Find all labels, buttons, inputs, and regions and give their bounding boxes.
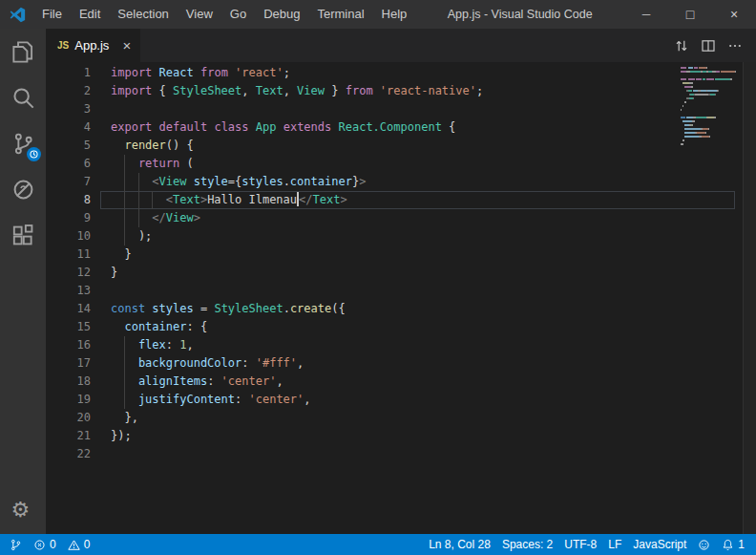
- tab-close-icon[interactable]: ×: [122, 38, 131, 53]
- activity-explorer[interactable]: [0, 29, 46, 75]
- line-number[interactable]: 5: [46, 137, 91, 155]
- line-number[interactable]: 11: [46, 245, 91, 264]
- code-line-14[interactable]: 14const styles = StyleSheet.create({: [46, 300, 756, 318]
- activity-source-control[interactable]: [0, 120, 46, 166]
- line-number[interactable]: 21: [46, 427, 91, 445]
- code-line-2[interactable]: 2import { StyleSheet, Text, View } from …: [46, 82, 756, 100]
- code-editor[interactable]: 1import React from 'react';2import { Sty…: [46, 62, 756, 534]
- status-warnings[interactable]: 0: [62, 534, 96, 555]
- code-line-3[interactable]: 3: [46, 100, 756, 118]
- code-line-4[interactable]: 4export default class App extends React.…: [46, 118, 756, 137]
- line-text[interactable]: alignItems: 'center',: [100, 373, 735, 391]
- line-text[interactable]: render() {: [100, 137, 735, 155]
- minimize-button[interactable]: ─: [624, 0, 668, 29]
- status-branch[interactable]: [4, 534, 28, 555]
- code-line-22[interactable]: 22: [46, 445, 756, 463]
- line-text[interactable]: <View style={styles.container}>: [100, 173, 735, 191]
- line-text[interactable]: );: [100, 227, 735, 245]
- line-number[interactable]: 19: [46, 391, 91, 409]
- line-number[interactable]: 15: [46, 318, 91, 336]
- line-number[interactable]: 1: [46, 64, 91, 82]
- activity-extensions[interactable]: [0, 212, 46, 258]
- line-text[interactable]: backgroundColor: '#fff',: [100, 354, 735, 373]
- code-line-8[interactable]: 8<Text>Hallo Ilmenau</Text>: [46, 191, 756, 209]
- more-actions-button[interactable]: [724, 34, 746, 57]
- status-indentation[interactable]: Spaces: 2: [496, 534, 558, 555]
- code-line-19[interactable]: 19justifyContent: 'center',: [46, 391, 756, 409]
- line-number[interactable]: 3: [46, 100, 91, 118]
- line-text[interactable]: justifyContent: 'center',: [100, 391, 735, 409]
- line-text[interactable]: import React from 'react';: [100, 64, 735, 82]
- code-line-17[interactable]: 17backgroundColor: '#fff',: [46, 354, 756, 373]
- code-line-1[interactable]: 1import React from 'react';: [46, 64, 756, 82]
- line-number[interactable]: 8: [46, 191, 91, 209]
- line-text[interactable]: });: [100, 427, 735, 445]
- activity-debug[interactable]: [0, 166, 46, 212]
- code-line-9[interactable]: 9</View>: [46, 209, 756, 227]
- code-line-12[interactable]: 12}: [46, 264, 756, 282]
- code-line-21[interactable]: 21});: [46, 427, 756, 445]
- menu-go[interactable]: Go: [221, 0, 255, 29]
- line-number[interactable]: 12: [46, 264, 91, 282]
- split-editor-button[interactable]: [697, 34, 720, 57]
- menu-file[interactable]: File: [33, 0, 71, 29]
- line-text[interactable]: import { StyleSheet, Text, View } from '…: [100, 82, 735, 100]
- menu-selection[interactable]: Selection: [109, 0, 177, 29]
- line-number[interactable]: 2: [46, 82, 91, 100]
- line-text[interactable]: }: [100, 264, 735, 282]
- line-number[interactable]: 22: [46, 445, 91, 463]
- line-text[interactable]: const styles = StyleSheet.create({: [100, 300, 735, 318]
- menu-help[interactable]: Help: [373, 0, 416, 29]
- line-number[interactable]: 20: [46, 409, 91, 427]
- close-button[interactable]: ×: [712, 0, 756, 29]
- code-area[interactable]: 1import React from 'react';2import { Sty…: [46, 64, 756, 463]
- line-number[interactable]: 7: [46, 173, 91, 191]
- line-text[interactable]: }: [100, 245, 735, 264]
- line-number[interactable]: 9: [46, 209, 91, 227]
- minimap[interactable]: [681, 66, 742, 158]
- line-text[interactable]: container: {: [100, 318, 735, 336]
- line-text[interactable]: return (: [100, 155, 735, 173]
- line-number[interactable]: 13: [46, 282, 91, 300]
- status-notifications[interactable]: 1: [716, 534, 750, 555]
- status-language[interactable]: JavaScript: [627, 534, 692, 555]
- menu-view[interactable]: View: [178, 0, 221, 29]
- line-number[interactable]: 10: [46, 227, 91, 245]
- tab-app-js[interactable]: JS App.js ×: [46, 29, 140, 62]
- code-line-5[interactable]: 5render() {: [46, 137, 756, 155]
- open-changes-button[interactable]: [670, 34, 693, 57]
- line-text[interactable]: [100, 100, 735, 118]
- code-line-20[interactable]: 20},: [46, 409, 756, 427]
- line-text[interactable]: </View>: [100, 209, 735, 227]
- status-encoding[interactable]: UTF-8: [558, 534, 602, 555]
- code-line-7[interactable]: 7<View style={styles.container}>: [46, 173, 756, 191]
- maximize-button[interactable]: □: [668, 0, 712, 29]
- code-line-10[interactable]: 10);: [46, 227, 756, 245]
- code-line-15[interactable]: 15container: {: [46, 318, 756, 336]
- status-feedback[interactable]: [692, 534, 716, 555]
- code-line-16[interactable]: 16flex: 1,: [46, 336, 756, 354]
- status-errors[interactable]: 0: [28, 534, 62, 555]
- code-line-18[interactable]: 18alignItems: 'center',: [46, 373, 756, 391]
- vertical-scrollbar[interactable]: [743, 62, 756, 534]
- line-text[interactable]: <Text>Hallo Ilmenau</Text>: [100, 191, 735, 209]
- activity-search[interactable]: [0, 75, 46, 120]
- line-number[interactable]: 16: [46, 336, 91, 354]
- activity-settings[interactable]: ⚙: [0, 488, 46, 534]
- menu-edit[interactable]: Edit: [71, 0, 109, 29]
- line-text[interactable]: [100, 282, 735, 300]
- code-line-6[interactable]: 6return (: [46, 155, 756, 173]
- code-line-13[interactable]: 13: [46, 282, 756, 300]
- code-line-11[interactable]: 11}: [46, 245, 756, 264]
- line-number[interactable]: 14: [46, 300, 91, 318]
- status-eol[interactable]: LF: [602, 534, 627, 555]
- line-number[interactable]: 17: [46, 354, 91, 373]
- line-text[interactable]: },: [100, 409, 735, 427]
- status-cursor-position[interactable]: Ln 8, Col 28: [423, 534, 496, 555]
- line-number[interactable]: 18: [46, 373, 91, 391]
- line-number[interactable]: 6: [46, 155, 91, 173]
- line-text[interactable]: [100, 445, 735, 463]
- line-number[interactable]: 4: [46, 118, 91, 137]
- line-text[interactable]: flex: 1,: [100, 336, 735, 354]
- menu-terminal[interactable]: Terminal: [308, 0, 372, 29]
